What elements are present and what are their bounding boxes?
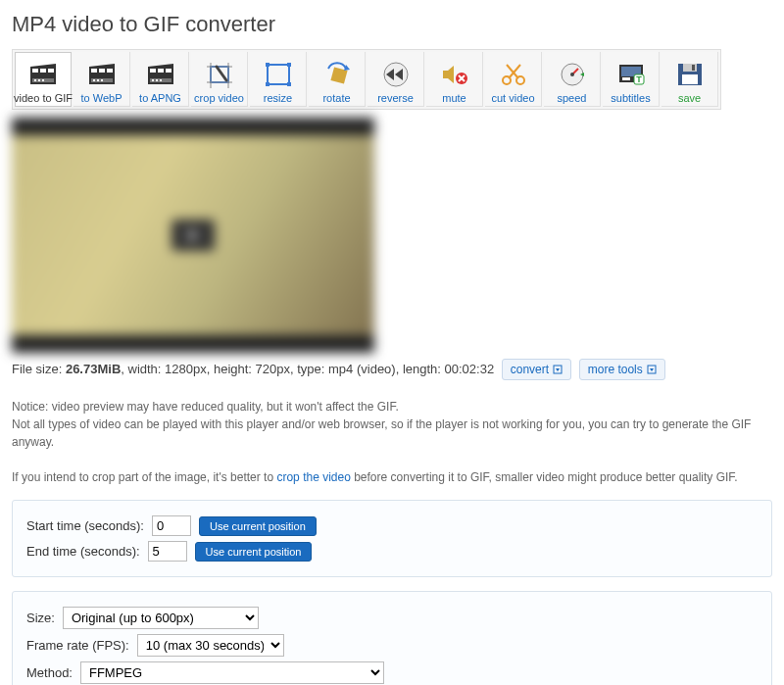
subtitles-icon: T bbox=[615, 59, 647, 90]
tool-label: reverse bbox=[377, 92, 414, 104]
svg-rect-2 bbox=[40, 69, 46, 73]
svg-rect-14 bbox=[93, 79, 95, 81]
svg-marker-38 bbox=[443, 66, 454, 83]
tool-save[interactable]: save bbox=[662, 52, 718, 107]
tool-rotate[interactable]: rotate bbox=[309, 52, 366, 107]
tool-cut-video[interactable]: cut video bbox=[485, 52, 542, 107]
svg-marker-26 bbox=[148, 64, 173, 67]
svg-rect-10 bbox=[91, 69, 97, 73]
svg-marker-17 bbox=[89, 64, 115, 67]
convert-dropdown-label: convert bbox=[511, 363, 549, 376]
more-tools-dropdown[interactable]: more tools bbox=[579, 359, 665, 380]
svg-rect-5 bbox=[34, 79, 36, 81]
options-panel: Size: Original (up to 600px) Frame rate … bbox=[12, 591, 772, 685]
tool-to-webp[interactable]: to WebP bbox=[74, 52, 130, 107]
video-preview[interactable] bbox=[12, 118, 374, 353]
convert-dropdown[interactable]: convert bbox=[502, 359, 571, 380]
rotate-icon bbox=[321, 59, 353, 90]
start-time-input[interactable] bbox=[152, 515, 191, 536]
tool-label: save bbox=[678, 92, 701, 104]
mute-icon bbox=[439, 59, 470, 90]
resize-icon bbox=[263, 59, 294, 90]
toolbar: video to GIFto WebPto APNGcrop videoresi… bbox=[12, 49, 721, 110]
tool-crop-video[interactable]: crop video bbox=[191, 52, 248, 107]
tool-label: to APNG bbox=[139, 92, 181, 104]
tool-reverse[interactable]: reverse bbox=[368, 52, 424, 107]
play-icon[interactable] bbox=[172, 220, 215, 251]
start-time-label: Start time (seconds): bbox=[26, 518, 144, 533]
notice-line-3: If you intend to crop part of the image,… bbox=[12, 468, 772, 486]
tool-label: cut video bbox=[491, 92, 534, 104]
reverse-icon bbox=[380, 59, 412, 90]
svg-rect-28 bbox=[268, 65, 289, 84]
svg-rect-31 bbox=[266, 82, 270, 86]
tool-label: video to GIF bbox=[14, 92, 73, 104]
svg-rect-3 bbox=[48, 69, 54, 73]
svg-rect-11 bbox=[99, 69, 105, 73]
svg-rect-7 bbox=[42, 79, 44, 81]
tool-video-to-gif[interactable]: video to GIF bbox=[15, 52, 72, 107]
fps-label: Frame rate (FPS): bbox=[26, 638, 129, 653]
meta-filesize-label: File size: bbox=[12, 362, 66, 376]
svg-rect-32 bbox=[287, 82, 291, 86]
notice-line-1: Notice: video preview may have reduced q… bbox=[12, 398, 772, 416]
notice-block: Notice: video preview may have reduced q… bbox=[12, 398, 772, 486]
save-icon bbox=[674, 59, 706, 90]
svg-rect-1 bbox=[32, 69, 38, 73]
tool-label: speed bbox=[558, 92, 587, 104]
tool-mute[interactable]: mute bbox=[426, 52, 483, 107]
svg-rect-19 bbox=[150, 69, 156, 73]
svg-marker-8 bbox=[30, 64, 56, 67]
more-tools-label: more tools bbox=[588, 363, 643, 376]
page-title: MP4 video to GIF converter bbox=[12, 12, 772, 37]
end-time-input[interactable] bbox=[148, 541, 187, 562]
film-icon bbox=[145, 59, 176, 90]
svg-rect-47 bbox=[622, 77, 630, 80]
down-arrow-icon bbox=[553, 365, 563, 374]
tool-label: resize bbox=[264, 92, 292, 104]
svg-rect-23 bbox=[152, 79, 154, 81]
crop-icon bbox=[204, 59, 235, 90]
method-label: Method: bbox=[26, 665, 73, 680]
speed-icon bbox=[557, 59, 588, 90]
svg-point-43 bbox=[570, 73, 574, 76]
meta-filesize: 26.73MiB bbox=[66, 362, 121, 376]
tool-label: rotate bbox=[322, 92, 350, 104]
method-select[interactable]: FFMPEG bbox=[80, 661, 384, 684]
tool-speed[interactable]: speed bbox=[544, 52, 601, 107]
size-label: Size: bbox=[26, 611, 55, 625]
tool-label: subtitles bbox=[611, 92, 650, 104]
crop-video-link[interactable]: crop the video bbox=[276, 470, 350, 484]
film-icon bbox=[86, 59, 118, 90]
tool-label: crop video bbox=[194, 92, 244, 104]
tool-to-apng[interactable]: to APNG bbox=[132, 52, 189, 107]
meta-rest: , width: 1280px, height: 720px, type: mp… bbox=[121, 362, 494, 376]
svg-rect-25 bbox=[160, 79, 162, 81]
tool-label: mute bbox=[442, 92, 466, 104]
fps-select[interactable]: 10 (max 30 seconds) bbox=[137, 634, 284, 657]
svg-rect-15 bbox=[97, 79, 99, 81]
svg-rect-16 bbox=[101, 79, 103, 81]
film-icon bbox=[27, 59, 59, 90]
tool-subtitles[interactable]: Tsubtitles bbox=[603, 52, 660, 107]
tool-resize[interactable]: resize bbox=[250, 52, 307, 107]
svg-text:T: T bbox=[636, 74, 642, 84]
end-time-label: End time (seconds): bbox=[26, 544, 140, 559]
svg-rect-53 bbox=[682, 74, 698, 84]
cut-icon bbox=[498, 59, 529, 90]
svg-rect-30 bbox=[287, 63, 291, 67]
use-current-start-button[interactable]: Use current position bbox=[199, 516, 317, 536]
tool-label: to WebP bbox=[81, 92, 122, 104]
svg-rect-12 bbox=[107, 69, 113, 73]
use-current-end-button[interactable]: Use current position bbox=[195, 542, 313, 562]
svg-rect-52 bbox=[692, 65, 695, 71]
size-select[interactable]: Original (up to 600px) bbox=[63, 607, 259, 629]
down-arrow-icon bbox=[647, 365, 657, 374]
file-meta: File size: 26.73MiB, width: 1280px, heig… bbox=[12, 359, 772, 380]
svg-rect-24 bbox=[156, 79, 158, 81]
svg-rect-20 bbox=[158, 69, 164, 73]
time-panel: Start time (seconds): Use current positi… bbox=[12, 500, 772, 577]
svg-rect-6 bbox=[38, 79, 40, 81]
svg-rect-21 bbox=[166, 69, 172, 73]
svg-rect-29 bbox=[266, 63, 270, 67]
